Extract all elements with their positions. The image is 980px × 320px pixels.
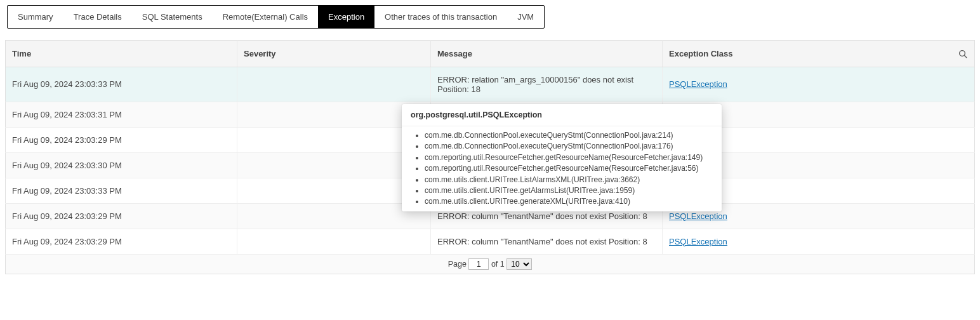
stack-frame: com.reporting.util.ResourceFetcher.getRe… <box>425 152 715 163</box>
stack-frame: com.me.utils.client.URITree.generateXML(… <box>425 196 715 207</box>
cell-time: Fri Aug 09, 2024 23:03:31 PM <box>6 102 237 127</box>
cell-time: Fri Aug 09, 2024 23:03:33 PM <box>6 178 237 203</box>
svg-point-0 <box>960 50 965 56</box>
tab-summary[interactable]: Summary <box>8 6 63 28</box>
cell-exception-class: PSQLException <box>663 67 975 102</box>
stack-frame: com.me.utils.client.URITree.getAlarmsLis… <box>425 185 715 196</box>
tooltip-title: org.postgresql.util.PSQLException <box>402 104 722 126</box>
col-header-message[interactable]: Message <box>431 41 663 67</box>
table-row[interactable]: Fri Aug 09, 2024 23:03:29 PMERROR: colum… <box>6 229 975 254</box>
tab-sql-statements[interactable]: SQL Statements <box>132 6 213 28</box>
cell-exception-class: PSQLException <box>663 229 975 254</box>
svg-line-1 <box>964 55 967 58</box>
cell-message: ERROR: relation "am_args_10000156" does … <box>431 67 663 102</box>
stacktrace-tooltip: org.postgresql.util.PSQLException com.me… <box>402 104 722 211</box>
cell-time: Fri Aug 09, 2024 23:03:33 PM <box>6 67 237 102</box>
col-header-time[interactable]: Time <box>6 41 237 67</box>
pager-size-select[interactable]: 10 <box>507 258 532 270</box>
tab-trace-details[interactable]: Trace Details <box>63 6 132 28</box>
pager-of-label: of 1 <box>491 260 505 269</box>
cell-time: Fri Aug 09, 2024 23:03:29 PM <box>6 229 237 254</box>
table-row[interactable]: Fri Aug 09, 2024 23:03:33 PMERROR: relat… <box>6 67 975 102</box>
cell-time: Fri Aug 09, 2024 23:03:29 PM <box>6 203 237 229</box>
cell-time: Fri Aug 09, 2024 23:03:30 PM <box>6 152 237 178</box>
cell-time: Fri Aug 09, 2024 23:03:29 PM <box>6 127 237 152</box>
tab-remote-external-calls[interactable]: Remote(External) Calls <box>213 6 318 28</box>
tab-jvm[interactable]: JVM <box>507 6 544 28</box>
exception-class-link[interactable]: PSQLException <box>669 211 727 221</box>
stack-frame: com.reporting.util.ResourceFetcher.getRe… <box>425 163 715 174</box>
stack-frame: com.me.db.ConnectionPool.executeQueryStm… <box>425 130 715 141</box>
stack-frame: com.me.db.ConnectionPool.executeQueryStm… <box>425 141 715 152</box>
search-icon[interactable] <box>958 48 968 59</box>
tab-other-traces-of-this-transaction[interactable]: Other traces of this transaction <box>374 6 507 28</box>
col-header-severity[interactable]: Severity <box>237 41 431 67</box>
tooltip-body[interactable]: com.me.db.ConnectionPool.executeQueryStm… <box>402 126 722 211</box>
pager-page-label: Page <box>448 260 467 269</box>
cell-severity <box>237 229 431 254</box>
pager: Page of 1 10 <box>5 255 975 274</box>
exception-class-label: Exception Class <box>669 49 732 58</box>
exception-class-link[interactable]: PSQLException <box>669 79 727 89</box>
tabbar: SummaryTrace DetailsSQL StatementsRemote… <box>7 5 545 29</box>
col-header-exception-class[interactable]: Exception Class <box>663 41 975 67</box>
cell-message: ERROR: column "TenantName" does not exis… <box>431 229 663 254</box>
pager-page-input[interactable] <box>468 258 489 270</box>
tab-exception[interactable]: Exception <box>318 6 374 28</box>
cell-severity <box>237 67 431 102</box>
exception-class-link[interactable]: PSQLException <box>669 237 727 246</box>
stack-frame: com.me.utils.client.URITree.ListAlarmsXM… <box>425 175 715 185</box>
